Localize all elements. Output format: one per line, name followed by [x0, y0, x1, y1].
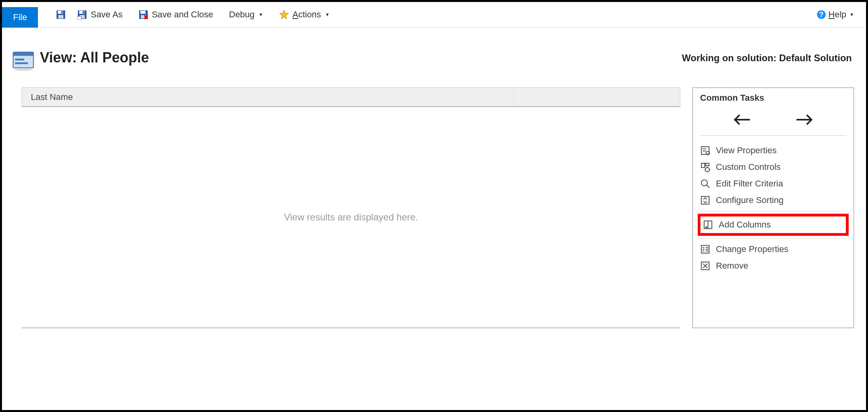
- svg-rect-18: [15, 62, 28, 64]
- debug-label: Debug: [229, 9, 255, 20]
- grid-header: Last Name: [22, 87, 680, 107]
- svg-point-29: [705, 167, 710, 172]
- app-frame: File Save As: [0, 0, 868, 412]
- svg-line-31: [706, 185, 710, 188]
- save-as-button[interactable]: Save As: [77, 9, 122, 20]
- arrow-right-icon[interactable]: [795, 114, 814, 125]
- properties-icon: i: [700, 145, 710, 156]
- save-and-close-button[interactable]: Save and Close: [138, 9, 213, 20]
- arrow-left-icon[interactable]: [732, 114, 751, 125]
- svg-marker-12: [280, 10, 288, 19]
- svg-rect-39: [703, 249, 704, 250]
- svg-rect-16: [13, 52, 33, 56]
- svg-point-19: [14, 68, 33, 71]
- svg-rect-27: [701, 163, 705, 167]
- task-view-properties[interactable]: i View Properties: [700, 142, 846, 159]
- remove-icon: [700, 261, 710, 271]
- svg-rect-23: [703, 149, 706, 149]
- common-tasks-panel: Common Tasks i View Properties Custom Co…: [692, 87, 854, 328]
- common-tasks-title: Common Tasks: [700, 93, 846, 103]
- save-icon: [56, 9, 66, 20]
- svg-text:i: i: [708, 152, 708, 155]
- grid-area: Last Name View results are displayed her…: [22, 87, 680, 328]
- debug-menu[interactable]: Debug ▼: [229, 9, 264, 20]
- svg-rect-3: [62, 11, 63, 13]
- column-divider[interactable]: [514, 88, 514, 106]
- highlight-add-columns: Add Columns: [698, 214, 849, 236]
- svg-rect-38: [703, 247, 704, 248]
- task-configure-sorting[interactable]: Configure Sorting: [700, 192, 846, 209]
- main-area: Last Name View results are displayed her…: [2, 79, 866, 328]
- svg-rect-42: [706, 249, 708, 250]
- chevron-down-icon: ▼: [258, 12, 263, 17]
- title-row: View: All People Working on solution: De…: [2, 28, 866, 79]
- chevron-down-icon: ▼: [849, 12, 854, 17]
- file-label: File: [13, 12, 27, 23]
- star-icon: [279, 9, 289, 20]
- svg-rect-17: [15, 58, 24, 60]
- view-window-icon: [12, 49, 34, 71]
- nav-arrows: [700, 112, 846, 134]
- sort-icon: [700, 195, 710, 205]
- solution-label: Working on solution: Default Solution: [682, 49, 856, 64]
- search-icon: [700, 179, 710, 189]
- controls-icon: [700, 162, 710, 172]
- svg-rect-41: [706, 247, 708, 248]
- change-properties-icon: [700, 244, 710, 254]
- chevron-down-icon: ▼: [325, 12, 330, 17]
- help-icon: ?: [817, 10, 826, 19]
- file-menu-button[interactable]: File: [2, 7, 38, 28]
- save-close-icon: [138, 9, 149, 20]
- actions-menu[interactable]: Actions ▼: [279, 9, 330, 20]
- empty-message: View results are displayed here.: [284, 212, 418, 223]
- save-button[interactable]: [56, 9, 66, 20]
- help-label: Help: [828, 9, 846, 20]
- task-custom-controls[interactable]: Custom Controls: [700, 159, 846, 175]
- svg-text:?: ?: [819, 11, 823, 19]
- task-change-properties[interactable]: Change Properties: [700, 241, 846, 258]
- task-edit-filter-criteria[interactable]: Edit Filter Criteria: [700, 175, 846, 192]
- svg-point-30: [701, 180, 707, 186]
- help-menu[interactable]: ? Help ▼: [817, 9, 854, 20]
- svg-rect-2: [58, 15, 64, 19]
- grid-body: View results are displayed here.: [22, 107, 680, 328]
- svg-rect-40: [703, 250, 704, 251]
- task-remove[interactable]: Remove: [700, 258, 846, 274]
- column-header-last-name[interactable]: Last Name: [22, 92, 81, 102]
- task-add-columns[interactable]: Add Columns: [703, 218, 844, 231]
- save-close-label: Save and Close: [152, 9, 213, 20]
- save-as-label: Save As: [90, 9, 122, 20]
- save-as-icon: [77, 9, 87, 20]
- actions-label: Actions: [292, 9, 321, 20]
- toolbar: File Save As: [2, 2, 866, 28]
- svg-rect-28: [706, 163, 709, 166]
- svg-rect-8: [77, 16, 81, 20]
- svg-rect-7: [83, 11, 84, 13]
- page-title: View: All People: [40, 49, 149, 66]
- svg-rect-43: [706, 250, 708, 251]
- svg-rect-24: [703, 151, 706, 151]
- add-column-icon: [703, 220, 713, 230]
- svg-rect-10: [141, 11, 146, 14]
